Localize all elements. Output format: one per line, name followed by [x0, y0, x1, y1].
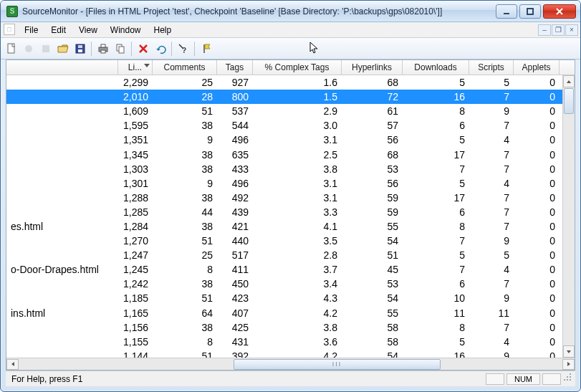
- cell-hyperlinks: 51: [342, 249, 403, 261]
- col-tags[interactable]: Tags: [217, 60, 253, 75]
- hscroll-thumb[interactable]: III: [234, 359, 441, 370]
- col-lines[interactable]: Li...: [118, 60, 153, 75]
- table-row[interactable]: 1,156384253.858870: [6, 320, 575, 335]
- menu-help[interactable]: Help: [148, 24, 178, 37]
- menu-edit[interactable]: Edit: [44, 24, 72, 37]
- printer-icon: [97, 43, 109, 54]
- horizontal-scrollbar[interactable]: III: [6, 358, 575, 370]
- table-row[interactable]: 1,285444393.359670: [6, 205, 575, 219]
- cell-scripts: 7: [469, 206, 514, 218]
- table-row[interactable]: ins.html1,165644074.25511110: [6, 306, 575, 320]
- floppy-icon: [75, 43, 86, 54]
- close-button[interactable]: [543, 4, 576, 19]
- cell-downloads: 5: [403, 249, 469, 261]
- cell-complex: 3.3: [253, 206, 342, 218]
- scroll-up-button[interactable]: [563, 75, 575, 87]
- table-row[interactable]: 1,270514403.554790: [6, 234, 575, 248]
- cell-comments: 8: [153, 336, 217, 348]
- table-row[interactable]: 1,30194963.156540: [6, 176, 575, 191]
- mdi-restore-button[interactable]: ❐: [552, 24, 565, 36]
- cell-complex: 3.5: [253, 235, 342, 247]
- cell-scripts: 4: [469, 134, 514, 145]
- table-row[interactable]: 1,345386352.5681770: [6, 147, 575, 161]
- table-row[interactable]: es.html1,284384214.155870: [6, 219, 575, 234]
- table-row[interactable]: 1,247255172.851550: [6, 248, 575, 262]
- cell-applets: 0: [514, 221, 560, 232]
- cell-scripts: 9: [469, 292, 514, 304]
- table-row[interactable]: 1,242384503.453670: [6, 277, 575, 291]
- cell-comments: 38: [153, 192, 217, 204]
- cell-complex: 4.1: [253, 221, 342, 232]
- table-row[interactable]: 1,303384333.853770: [6, 162, 575, 176]
- cell-scripts: 5: [469, 77, 514, 88]
- cell-complex: 3.8: [253, 322, 342, 333]
- table-row[interactable]: 1,35194963.156540: [6, 133, 575, 147]
- cell-lines: 1,155: [118, 336, 153, 348]
- new-button[interactable]: [4, 41, 19, 57]
- menu-window[interactable]: Window: [104, 24, 148, 37]
- svg-rect-10: [101, 50, 105, 53]
- cell-applets: 0: [514, 149, 560, 161]
- flag-button[interactable]: [198, 41, 214, 57]
- table-row[interactable]: 1,185514234.3541090: [6, 291, 575, 305]
- cell-hyperlinks: 56: [342, 178, 403, 189]
- cell-complex: 1.6: [253, 77, 342, 88]
- mdi-minimize-button[interactable]: –: [538, 24, 551, 36]
- cell-complex: 3.1: [253, 178, 342, 189]
- titlebar[interactable]: S SourceMonitor - [Files in HTML Project…: [1, 1, 580, 22]
- resize-grip-icon[interactable]: [564, 373, 572, 384]
- table-row[interactable]: 1,288384923.1591770: [6, 191, 575, 205]
- menu-file[interactable]: File: [18, 24, 44, 37]
- print-button[interactable]: [95, 41, 111, 57]
- cell-hyperlinks: 68: [342, 77, 403, 88]
- table-row[interactable]: 1,15584313.658540: [6, 335, 575, 349]
- cell-applets: 0: [514, 77, 560, 88]
- col-downloads[interactable]: Downloads: [403, 60, 469, 75]
- window-frame: S SourceMonitor - [Files in HTML Project…: [0, 0, 581, 392]
- save-button[interactable]: [72, 41, 88, 57]
- table-row[interactable]: 2,010288001.5721670: [6, 90, 575, 104]
- col-scripts[interactable]: Scripts: [469, 60, 514, 75]
- table-row[interactable]: o-Door-Drapes.html1,24584113.745740: [6, 262, 575, 277]
- status-cell-blank-2: [542, 373, 561, 385]
- col-hyperlinks[interactable]: Hyperlinks: [342, 60, 403, 75]
- folder-open-icon: [57, 43, 69, 54]
- col-comments[interactable]: Comments: [153, 60, 217, 75]
- svg-rect-0: [504, 13, 509, 14]
- mdi-app-icon[interactable]: □: [4, 24, 15, 35]
- mdi-close-button[interactable]: ×: [565, 24, 578, 36]
- document-icon: [6, 43, 17, 54]
- cell-lines: 1,165: [118, 307, 153, 319]
- table-row[interactable]: 1,595385443.057670: [6, 118, 575, 133]
- table-body[interactable]: 2,299259271.6685502,010288001.57216701,6…: [6, 75, 575, 358]
- table-row[interactable]: 1,609515372.961890: [6, 104, 575, 118]
- vertical-scrollbar[interactable]: [562, 75, 575, 358]
- cell-downloads: 6: [403, 278, 469, 290]
- minimize-button[interactable]: [496, 4, 517, 19]
- table-row[interactable]: 2,299259271.668550: [6, 75, 575, 90]
- cell-hyperlinks: 54: [342, 292, 403, 304]
- undo-button[interactable]: [153, 41, 168, 57]
- scroll-thumb[interactable]: [564, 88, 574, 114]
- col-complex[interactable]: % Complex Tags: [253, 60, 342, 75]
- col-name[interactable]: [6, 60, 118, 75]
- table-row[interactable]: 1,144513924.2541690: [6, 349, 575, 358]
- cell-tags: 392: [217, 350, 253, 358]
- menu-view[interactable]: View: [72, 24, 104, 37]
- open-button[interactable]: [55, 41, 71, 57]
- cell-lines: 1,284: [118, 221, 153, 232]
- help-button[interactable]: ?: [176, 41, 191, 57]
- scroll-right-button[interactable]: [562, 359, 575, 370]
- maximize-button[interactable]: [519, 4, 541, 19]
- cell-hyperlinks: 54: [342, 235, 403, 247]
- cell-hyperlinks: 61: [342, 105, 403, 117]
- copy-button[interactable]: [112, 41, 128, 57]
- col-applets[interactable]: Applets: [514, 60, 560, 75]
- cell-downloads: 7: [403, 264, 469, 275]
- delete-button[interactable]: [135, 41, 151, 57]
- scroll-left-button[interactable]: [6, 359, 19, 370]
- scroll-down-button[interactable]: [563, 345, 575, 358]
- hscroll-track[interactable]: III: [19, 359, 562, 370]
- client-area: Li... Comments Tags % Complex Tags Hyper…: [6, 59, 575, 371]
- cell-applets: 0: [514, 163, 560, 175]
